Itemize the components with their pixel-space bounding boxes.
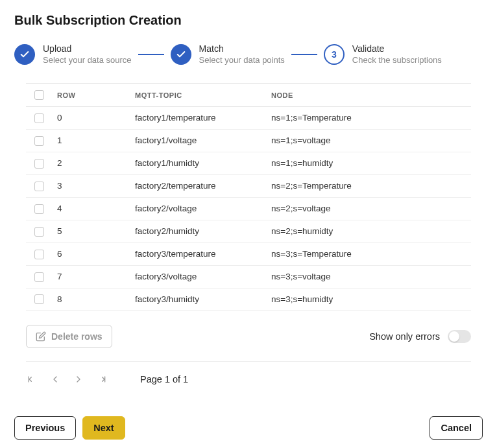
table-row: 1factory1/voltagens=1;s=voltage — [26, 129, 471, 152]
cell-topic: factory1/temperature — [130, 107, 266, 130]
table-row: 2factory1/humidtyns=1;s=humidty — [26, 152, 471, 174]
table-row: 8factory3/humidtyns=3;s=humidty — [26, 288, 471, 311]
show-errors-label: Show only errors — [369, 331, 440, 342]
row-checkbox[interactable] — [34, 113, 44, 123]
cell-topic: factory2/humidty — [130, 220, 266, 242]
cell-row: 0 — [52, 107, 130, 130]
col-header-node[interactable]: Node — [266, 84, 471, 107]
cell-topic: factory1/humidty — [130, 152, 266, 174]
delete-rows-label: Delete rows — [51, 331, 103, 342]
cell-node: ns=1;s=Temperature — [266, 107, 471, 130]
table-row: 6factory3/temperaturens=3;s=Temperature — [26, 242, 471, 265]
edit-icon — [36, 331, 46, 342]
cell-topic: factory2/voltage — [130, 197, 266, 220]
row-checkbox[interactable] — [34, 227, 44, 237]
row-checkbox[interactable] — [34, 159, 44, 169]
cell-topic: factory2/temperature — [130, 174, 266, 197]
row-checkbox[interactable] — [34, 272, 44, 282]
row-checkbox[interactable] — [34, 250, 44, 259]
row-checkbox[interactable] — [34, 136, 44, 146]
page-next-button[interactable] — [73, 373, 84, 385]
check-icon — [19, 49, 30, 60]
table-row: 3factory2/temperaturens=2;s=Temperature — [26, 174, 471, 197]
page-last-icon — [97, 374, 107, 384]
step-validate-badge: 3 — [324, 44, 345, 65]
step-upload-sub: Select your data source — [43, 55, 132, 65]
table-row: 7factory3/voltagens=3;s=voltage — [26, 265, 471, 288]
cell-node: ns=3;s=voltage — [266, 265, 471, 288]
subscriptions-table: Row MQTT-Topic Node 0factory1/temperatur… — [26, 83, 471, 311]
page-last-button[interactable] — [96, 373, 108, 385]
cancel-button[interactable]: Cancel — [430, 416, 483, 440]
cell-row: 8 — [52, 288, 130, 311]
page-title: Bulk Subscription Creation — [14, 13, 483, 28]
cell-node: ns=3;s=humidty — [266, 288, 471, 311]
step-upload-badge — [14, 44, 35, 65]
cell-node: ns=1;s=voltage — [266, 129, 471, 152]
step-match-label: Match — [199, 43, 285, 54]
step-validate-label: Validate — [352, 43, 442, 54]
table-row: 5factory2/humidtyns=2;s=humidty — [26, 220, 471, 242]
cell-topic: factory3/voltage — [130, 265, 266, 288]
step-connector — [291, 54, 317, 55]
step-match-sub: Select your data points — [199, 55, 285, 65]
cell-row: 2 — [52, 152, 130, 174]
step-connector — [138, 54, 164, 55]
col-header-row[interactable]: Row — [52, 84, 130, 107]
chevron-left-icon — [50, 374, 60, 384]
cell-row: 6 — [52, 242, 130, 265]
step-validate-sub: Check the subscriptions — [352, 55, 442, 65]
cell-node: ns=2;s=Temperature — [266, 174, 471, 197]
cell-topic: factory1/voltage — [130, 129, 266, 152]
show-errors-toggle[interactable] — [448, 330, 471, 343]
step-match: Match Select your data points — [171, 43, 285, 65]
previous-button[interactable]: Previous — [14, 416, 76, 440]
cell-row: 5 — [52, 220, 130, 242]
cell-row: 1 — [52, 129, 130, 152]
cell-node: ns=2;s=voltage — [266, 197, 471, 220]
cell-row: 7 — [52, 265, 130, 288]
cell-node: ns=1;s=humidty — [266, 152, 471, 174]
row-checkbox[interactable] — [34, 294, 44, 304]
step-upload-label: Upload — [43, 43, 132, 54]
cell-node: ns=3;s=Temperature — [266, 242, 471, 265]
step-upload: Upload Select your data source — [14, 43, 132, 65]
col-header-topic[interactable]: MQTT-Topic — [130, 84, 266, 107]
cell-row: 4 — [52, 197, 130, 220]
step-match-badge — [171, 44, 191, 65]
next-button[interactable]: Next — [82, 416, 125, 440]
step-validate: 3 Validate Check the subscriptions — [324, 43, 442, 65]
delete-rows-button[interactable]: Delete rows — [26, 325, 112, 348]
chevron-right-icon — [73, 374, 84, 384]
cell-topic: factory3/humidty — [130, 288, 266, 311]
select-all-checkbox[interactable] — [34, 90, 44, 100]
cell-topic: factory3/temperature — [130, 242, 266, 265]
page-first-icon — [27, 374, 37, 384]
cell-node: ns=2;s=humidty — [266, 220, 471, 242]
row-checkbox[interactable] — [34, 182, 44, 191]
stepper: Upload Select your data source Match Sel… — [14, 43, 483, 65]
page-prev-button[interactable] — [49, 373, 61, 385]
row-checkbox[interactable] — [34, 204, 44, 214]
table-row: 0factory1/temperaturens=1;s=Temperature — [26, 107, 471, 130]
page-first-button[interactable] — [26, 373, 38, 385]
check-icon — [176, 49, 186, 60]
pager-text: Page 1 of 1 — [140, 374, 188, 384]
cell-row: 3 — [52, 174, 130, 197]
table-row: 4factory2/voltagens=2;s=voltage — [26, 197, 471, 220]
